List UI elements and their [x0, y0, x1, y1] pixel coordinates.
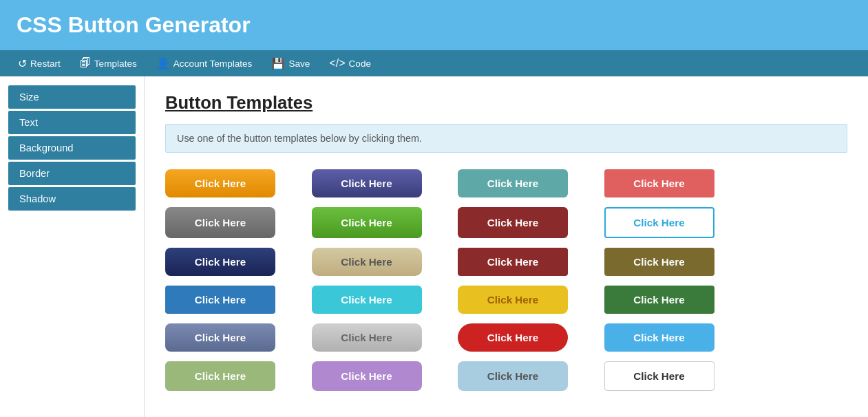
template-btn-gray-blue[interactable]: Click Here: [165, 323, 275, 352]
save-icon: 💾: [271, 57, 285, 70]
app-title: CSS Button Generator: [17, 12, 851, 38]
template-btn-beige[interactable]: Click Here: [312, 248, 422, 276]
content-area: Button Templates Use one of the button t…: [145, 76, 868, 417]
sidebar-item-background[interactable]: Background: [8, 136, 136, 160]
sidebar: Size Text Background Border Shadow: [0, 76, 145, 417]
template-btn-dark-red[interactable]: Click Here: [458, 248, 568, 276]
toolbar-account-templates[interactable]: 👤 Account Templates: [147, 50, 262, 76]
template-btn-teal[interactable]: Click Here: [458, 169, 568, 197]
template-btn-lavender[interactable]: Click Here: [312, 361, 422, 391]
button-template-grid: Click Here Click Here Click Here Click H…: [165, 169, 730, 391]
restart-icon: ↺: [18, 57, 27, 70]
toolbar-save[interactable]: 💾 Save: [262, 50, 319, 76]
sidebar-item-border[interactable]: Border: [8, 162, 136, 185]
template-btn-green[interactable]: Click Here: [312, 207, 422, 238]
toolbar-templates[interactable]: 🗐 Templates: [70, 50, 147, 76]
template-btn-sage[interactable]: Click Here: [165, 361, 275, 391]
template-btn-blue-flat[interactable]: Click Here: [165, 286, 275, 314]
template-btn-navy[interactable]: Click Here: [165, 248, 275, 276]
header: CSS Button Generator: [0, 0, 868, 50]
sidebar-item-shadow[interactable]: Shadow: [8, 187, 136, 211]
template-btn-red-pill[interactable]: Click Here: [458, 323, 568, 352]
template-btn-dark-green[interactable]: Click Here: [604, 286, 714, 314]
template-btn-blue-outline[interactable]: Click Here: [604, 207, 714, 238]
template-btn-yellow[interactable]: Click Here: [458, 286, 568, 314]
template-btn-brown-red[interactable]: Click Here: [458, 207, 568, 238]
template-btn-light-blue[interactable]: Click Here: [458, 361, 568, 391]
main-layout: Size Text Background Border Shadow Butto…: [0, 76, 868, 417]
template-btn-olive[interactable]: Click Here: [604, 248, 714, 276]
toolbar-code[interactable]: </> Code: [319, 50, 381, 76]
page-title: Button Templates: [165, 93, 847, 113]
sidebar-item-text[interactable]: Text: [8, 111, 136, 134]
info-box: Use one of the button templates below by…: [165, 124, 847, 153]
account-icon: 👤: [156, 57, 170, 70]
template-btn-silver[interactable]: Click Here: [312, 323, 422, 352]
toolbar: ↺ Restart 🗐 Templates 👤 Account Template…: [0, 50, 868, 76]
sidebar-item-size[interactable]: Size: [8, 85, 136, 109]
template-btn-gray[interactable]: Click Here: [165, 207, 275, 238]
template-btn-purple-dark[interactable]: Click Here: [312, 169, 422, 197]
template-btn-salmon[interactable]: Click Here: [604, 169, 714, 197]
code-icon: </>: [329, 57, 345, 70]
toolbar-restart[interactable]: ↺ Restart: [8, 50, 70, 76]
template-btn-orange[interactable]: Click Here: [165, 169, 275, 197]
template-btn-cyan[interactable]: Click Here: [312, 286, 422, 314]
template-btn-white[interactable]: Click Here: [604, 361, 714, 391]
templates-icon: 🗐: [80, 57, 91, 70]
template-btn-sky[interactable]: Click Here: [604, 323, 714, 352]
